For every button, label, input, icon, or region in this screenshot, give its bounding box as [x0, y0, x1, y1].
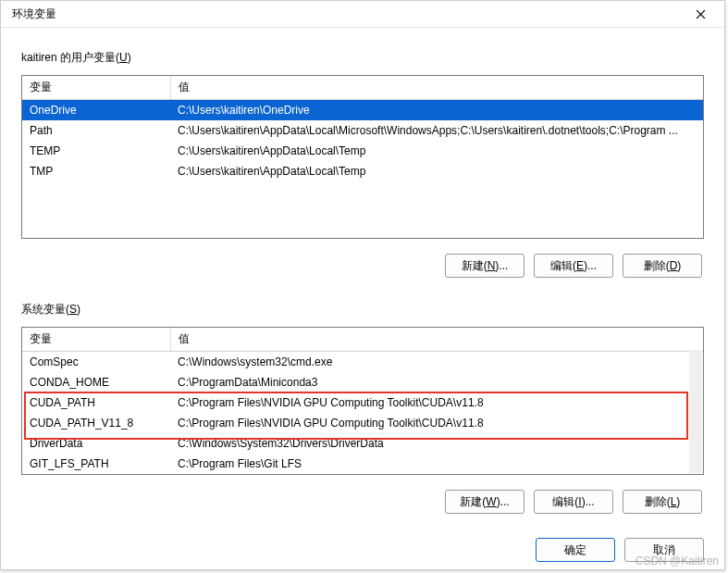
table-row[interactable]: TMPC:\Users\kaitiren\AppData\Local\Temp	[22, 161, 703, 181]
user-vars-buttons: 新建(N)... 编辑(E)... 删除(D)	[21, 254, 702, 278]
table-row[interactable]: CONDA_HOMEC:\ProgramData\Miniconda3	[22, 372, 703, 392]
system-vars-table[interactable]: 变量 值 ComSpecC:\Windows\system32\cmd.exeC…	[21, 327, 704, 475]
cell-variable: ComSpec	[22, 352, 170, 373]
user-delete-button[interactable]: 删除(D)	[623, 254, 702, 278]
system-vars-buttons: 新建(W)... 编辑(I)... 删除(L)	[21, 490, 702, 514]
system-delete-button[interactable]: 删除(L)	[623, 490, 702, 514]
table-row[interactable]: DriverDataC:\Windows\System32\Drivers\Dr…	[22, 433, 703, 454]
cell-value: C:\Program Files\NVIDIA GPU Computing To…	[170, 413, 703, 433]
cell-value: C:\Windows\System32\Drivers\DriverData	[170, 433, 703, 454]
cell-variable: TMP	[22, 161, 170, 181]
table-row[interactable]: PathC:\Users\kaitiren\AppData\Local\Micr…	[22, 120, 703, 141]
system-vars-label: 系统变量(S)	[21, 302, 704, 318]
col-header-variable[interactable]: 变量	[22, 76, 170, 100]
cell-variable: Path	[22, 120, 170, 141]
dialog-buttons: 确定 取消	[1, 534, 724, 573]
table-row[interactable]: OneDriveC:\Users\kaitiren\OneDrive	[22, 100, 703, 121]
titlebar: 环境变量	[1, 1, 724, 28]
ok-button[interactable]: 确定	[536, 538, 615, 562]
user-vars-table[interactable]: 变量 值 OneDriveC:\Users\kaitiren\OneDriveP…	[21, 75, 704, 239]
close-button[interactable]	[682, 1, 719, 27]
user-vars-label: kaitiren 的用户变量(U)	[21, 50, 704, 66]
cell-value: C:\Program Files\NVIDIA GPU Computing To…	[170, 392, 703, 413]
col-header-value[interactable]: 值	[170, 328, 703, 352]
table-row[interactable]: NUMBER_OF_PROCESSORS24	[22, 474, 703, 475]
col-header-value[interactable]: 值	[170, 76, 703, 100]
table-row[interactable]: GIT_LFS_PATHC:\Program Files\Git LFS	[22, 454, 703, 474]
cell-variable: TEMP	[22, 141, 170, 161]
table-row[interactable]: CUDA_PATHC:\Program Files\NVIDIA GPU Com…	[22, 392, 703, 413]
cell-value: 24	[170, 474, 703, 475]
table-row[interactable]: CUDA_PATH_V11_8C:\Program Files\NVIDIA G…	[22, 413, 703, 433]
cell-variable: NUMBER_OF_PROCESSORS	[22, 474, 170, 475]
user-new-button[interactable]: 新建(N)...	[445, 254, 524, 278]
cell-value: C:\Program Files\Git LFS	[170, 454, 703, 474]
table-row[interactable]: TEMPC:\Users\kaitiren\AppData\Local\Temp	[22, 141, 703, 161]
cell-variable: DriverData	[22, 433, 170, 454]
cell-variable: GIT_LFS_PATH	[22, 454, 170, 474]
cell-value: C:\Users\kaitiren\AppData\Local\Temp	[170, 141, 703, 161]
cell-variable: CUDA_PATH_V11_8	[22, 413, 170, 433]
cell-variable: OneDrive	[22, 100, 170, 121]
user-edit-button[interactable]: 编辑(E)...	[534, 254, 613, 278]
cell-value: C:\Users\kaitiren\AppData\Local\Microsof…	[170, 120, 703, 141]
dialog-title: 环境变量	[12, 6, 682, 22]
table-header-row: 变量 值	[22, 76, 703, 100]
table-header-row: 变量 值	[22, 328, 703, 352]
cell-value: C:\Users\kaitiren\OneDrive	[170, 100, 703, 121]
cell-variable: CUDA_PATH	[22, 392, 170, 413]
col-header-variable[interactable]: 变量	[22, 328, 170, 352]
table-row[interactable]: ComSpecC:\Windows\system32\cmd.exe	[22, 352, 703, 373]
dialog-content: kaitiren 的用户变量(U) 变量 值 OneDriveC:\Users\…	[1, 28, 724, 534]
cell-value: C:\ProgramData\Miniconda3	[170, 372, 703, 392]
cell-value: C:\Windows\system32\cmd.exe	[170, 352, 703, 373]
env-vars-dialog: 环境变量 kaitiren 的用户变量(U) 变量 值 OneDriveC:\U…	[0, 0, 725, 570]
cell-value: C:\Users\kaitiren\AppData\Local\Temp	[170, 161, 703, 181]
system-edit-button[interactable]: 编辑(I)...	[534, 490, 613, 514]
cell-variable: CONDA_HOME	[22, 372, 170, 392]
cancel-button[interactable]: 取消	[624, 538, 704, 562]
system-new-button[interactable]: 新建(W)...	[445, 490, 524, 514]
scrollbar[interactable]	[689, 350, 702, 473]
close-icon	[696, 9, 706, 19]
